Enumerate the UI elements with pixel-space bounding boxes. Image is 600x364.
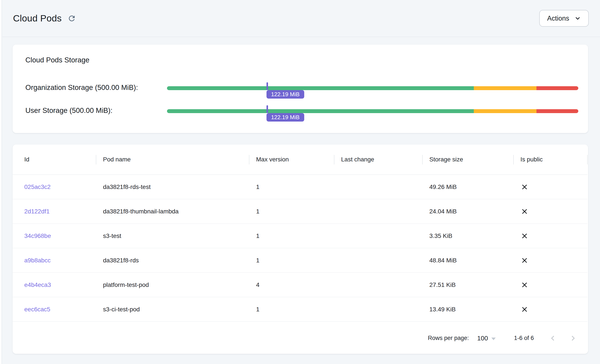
table-row: 025ac3c2da3821f8-rds-test149.26 MiB [13,175,587,199]
table-row: e4b4eca3platform-test-pod427.51 KiB [13,273,587,297]
pod-id-link-container: 2d122df1 [13,199,96,224]
storage-meter [167,109,578,113]
not-public-close-icon [520,183,529,191]
column-header-is-public[interactable]: Is public [514,145,587,175]
storage-marker-tick [266,82,268,90]
storage-size-cell-container: 48.84 MiB [422,248,514,273]
pod-name-cell: platform-test-pod [103,282,149,288]
rows-per-page-select[interactable]: 100 [477,335,496,342]
pod-name-cell-container: s3-ci-test-pod [96,297,249,321]
user-storage-bar: 122.19 MiB [167,109,578,113]
column-header-max-version[interactable]: Max version [249,145,334,175]
column-header-label: Is public [520,156,543,163]
max-version-cell-container: 4 [249,273,334,297]
pod-id-link[interactable]: 2d122df1 [24,208,50,215]
pod-name-cell: s3-ci-test-pod [103,306,140,313]
next-page-button[interactable] [567,332,579,345]
table-row: a9b8abccda3821f8-rds148.84 MiB [13,248,587,273]
pod-id-link-container: a9b8abcc [13,248,96,273]
max-version-cell-container: 1 [249,248,334,273]
pod-id-link[interactable]: a9b8abcc [24,257,50,264]
rows-per-page-label: Rows per page: [428,335,469,341]
storage-size-cell: 27.51 KiB [429,282,456,288]
pod-name-cell: s3-test [103,232,121,239]
last-change-cell-container [334,273,422,297]
max-version-cell: 1 [256,257,260,264]
not-public-close-icon [520,207,529,216]
storage-size-cell: 24.04 MiB [429,208,457,215]
is-public-cell-container [514,224,587,248]
not-public-close-icon [520,256,529,264]
last-change-cell-container [334,199,422,224]
column-header-label: Max version [256,156,289,163]
pod-id-link-container: 34c968be [13,224,96,248]
yellow-usage-segment [474,86,536,90]
pod-id-link[interactable]: 34c968be [24,232,51,239]
last-change-cell-container [334,248,422,273]
pod-id-link-container: 025ac3c2 [13,175,96,199]
green-usage-segment [167,86,474,90]
column-header-id[interactable]: Id [13,145,96,175]
column-header-pod-name[interactable]: Pod name [96,145,249,175]
storage-marker-tick [266,105,268,113]
not-public-close-icon [520,305,529,314]
table-row: eec6cac5s3-ci-test-pod113.49 KiB [13,297,587,321]
actions-button[interactable]: Actions [539,10,589,27]
red-usage-segment [536,109,578,113]
refresh-button[interactable] [67,14,76,23]
last-change-cell-container [334,175,422,199]
is-public-cell-container [514,273,587,297]
organization-storage-label: Organization Storage (500.00 MiB): [25,83,138,92]
green-usage-segment [167,109,474,113]
pod-name-cell: da3821f8-thumbnail-lambda [103,208,179,215]
pod-id-link-container: eec6cac5 [13,297,96,321]
storage-size-cell-container: 24.04 MiB [422,199,514,224]
pod-id-link[interactable]: eec6cac5 [24,306,50,313]
column-header-storage-size[interactable]: Storage size [422,145,514,175]
pods-table: Id Pod name Max version Last change Stor… [13,145,587,322]
table-pagination: Rows per page: 100 1-6 of 6 [13,322,588,354]
storage-usage-badge: 122.19 MiB [266,90,304,99]
storage-size-cell: 48.84 MiB [429,257,457,264]
column-header-last-change[interactable]: Last change [334,145,422,175]
previous-page-button[interactable] [546,332,559,345]
not-public-close-icon [520,281,529,289]
chevron-right-icon [568,333,578,343]
select-arrow-icon [491,337,496,340]
max-version-cell-container: 1 [249,297,334,321]
page-title: Cloud Pods [13,13,62,24]
sidebar-edge [0,0,2,364]
chevron-down-icon [574,15,581,22]
storage-meter [167,86,578,90]
pod-id-link-container: e4b4eca3 [13,273,96,297]
max-version-cell-container: 1 [249,175,334,199]
storage-size-cell-container: 49.26 MiB [422,175,514,199]
is-public-cell-container [514,199,587,224]
red-usage-segment [536,86,578,90]
pod-name-cell-container: platform-test-pod [96,273,249,297]
storage-size-cell-container: 27.51 KiB [422,273,514,297]
storage-size-cell: 49.26 MiB [429,183,457,190]
pod-id-link[interactable]: e4b4eca3 [24,282,51,288]
pod-name-cell: da3821f8-rds-test [103,183,150,190]
pod-name-cell-container: s3-test [96,224,249,248]
pod-name-cell: da3821f8-rds [103,257,139,264]
max-version-cell-container: 1 [249,224,334,248]
storage-usage-badge: 122.19 MiB [266,113,304,122]
chevron-left-icon [548,333,558,343]
column-header-label: Pod name [103,156,131,163]
is-public-cell-container [514,175,587,199]
pod-id-link[interactable]: 025ac3c2 [24,183,50,190]
user-storage-label: User Storage (500.00 MiB): [25,106,112,115]
pod-name-cell-container: da3821f8-rds [96,248,249,273]
refresh-icon [67,14,76,23]
rows-per-page-value: 100 [477,335,488,342]
is-public-cell-container [514,297,587,321]
yellow-usage-segment [474,109,536,113]
column-header-label: Id [24,156,29,163]
max-version-cell: 1 [256,183,260,190]
table-row: 2d122df1da3821f8-thumbnail-lambda124.04 … [13,199,587,224]
max-version-cell: 1 [256,208,260,215]
storage-size-cell-container: 3.35 KiB [422,224,514,248]
storage-size-cell: 3.35 KiB [429,232,452,239]
